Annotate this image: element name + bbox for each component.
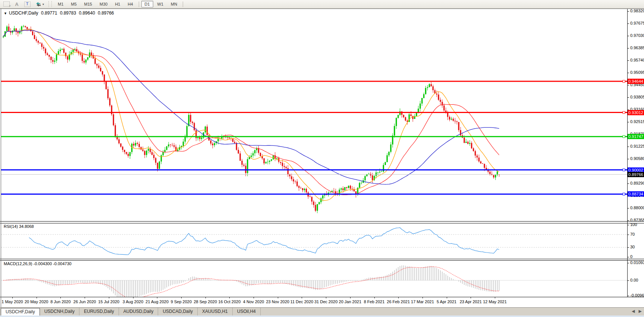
tab-eurusd-daily[interactable]: EURUSD,Daily <box>79 308 119 316</box>
axis-tick <box>627 225 629 225</box>
timeframe-m5[interactable]: M5 <box>67 1 80 7</box>
axis-tick <box>627 235 629 235</box>
axis-tick <box>627 11 629 12</box>
timeframe-d1[interactable]: D1 <box>141 1 153 7</box>
chart-shift-icon[interactable]: F <box>2 1 10 7</box>
text-label-icon[interactable]: T <box>23 1 31 7</box>
date-tick <box>447 297 447 298</box>
axis-tick <box>627 257 629 257</box>
panel-separator <box>0 297 644 297</box>
date-tick <box>278 297 278 298</box>
cursor-arrow-icon[interactable]: A <box>13 1 21 7</box>
dropdown-caret-icon[interactable]: ▼ <box>42 3 45 6</box>
date-label: 21 Aug 2020 <box>145 299 169 304</box>
date-label: 8 Feb 2021 <box>364 299 385 304</box>
price-tick-label: 0.92515 <box>630 119 644 124</box>
axis-tick <box>627 97 629 98</box>
rsi-tick-label: 70 <box>630 232 635 236</box>
macd-tick-label: -0.009653 <box>630 293 644 298</box>
date-tick <box>60 297 61 298</box>
date-tick <box>229 297 230 298</box>
tab-usdchf-daily[interactable]: USDCHF,Daily <box>1 308 40 316</box>
date-label: 26 Feb 2021 <box>387 299 410 304</box>
date-tick <box>398 297 399 298</box>
date-label: 9 Sep 2020 <box>171 299 192 304</box>
date-label: 20 May 2020 <box>25 299 48 304</box>
status-strip <box>0 316 644 317</box>
axis-tick <box>627 159 629 159</box>
panel-separator[interactable] <box>0 221 644 222</box>
date-label: 12 May 2021 <box>483 299 507 304</box>
date-tick <box>109 297 109 298</box>
line-studies-icon[interactable]: ▼ <box>34 1 46 7</box>
rsi-tick-label: 0 <box>630 254 632 259</box>
price-tick-label: 0.87355 <box>630 218 644 222</box>
date-label: 31 Dec 2020 <box>314 299 337 304</box>
level-price-badge: 0.93012 <box>628 110 644 115</box>
timeframe-buttons: M1M5M15M30H1H4D1W1MN <box>54 1 185 7</box>
date-tick <box>302 297 302 298</box>
tab-usdcad-daily[interactable]: USDCAD,Daily <box>158 308 198 316</box>
date-label: 26 Jun 2020 <box>73 299 96 304</box>
date-label: 15 Jul 2020 <box>98 299 119 304</box>
axis-tick <box>627 122 629 122</box>
chart-shift-glyph: F <box>3 1 10 7</box>
high-value: 0.89783 <box>60 10 76 16</box>
price-axis-line <box>627 9 628 297</box>
axis-tick <box>627 280 629 281</box>
low-value: 0.89640 <box>79 10 95 16</box>
tab-scroll-left-icon[interactable]: ◀ <box>632 309 635 314</box>
tab-audusd-daily[interactable]: AUDUSD,Daily <box>119 308 158 316</box>
date-tick <box>422 297 423 298</box>
rsi-tick-label: 30 <box>630 245 635 249</box>
price-tick-label: 0.98320 <box>630 9 644 13</box>
level-price-badge: 0.88734 <box>628 191 644 197</box>
axis-tick <box>627 73 629 73</box>
current-price-badge: 0.89766 <box>628 172 644 177</box>
rsi-chart[interactable] <box>0 223 627 259</box>
date-label: 8 Jun 2020 <box>50 299 70 304</box>
axis-tick <box>627 60 629 61</box>
panel-separator[interactable] <box>0 260 644 261</box>
date-tick <box>374 297 375 298</box>
axis-tick <box>627 263 629 263</box>
date-label: 3 Aug 2020 <box>123 299 144 304</box>
chart-title: ▼USDCHF,Daily 0.89771 0.89783 0.89640 0.… <box>4 10 116 16</box>
macd-tick-label: 0.010933 <box>630 260 644 265</box>
axis-tick <box>627 23 629 24</box>
axis-tick <box>627 247 629 248</box>
tab-usdcnh-daily[interactable]: USDCNH,Daily <box>40 308 79 316</box>
date-tick <box>157 297 157 298</box>
timeframe-m15[interactable]: M15 <box>81 1 95 7</box>
date-tick <box>181 297 182 298</box>
axis-tick <box>627 85 629 85</box>
date-tick <box>37 297 37 298</box>
timeframe-h4[interactable]: H4 <box>124 1 136 7</box>
collapse-triangle-icon[interactable]: ▼ <box>4 12 7 15</box>
timeframe-mn[interactable]: MN <box>167 1 180 7</box>
axis-tick <box>627 48 629 48</box>
timeframe-m30[interactable]: M30 <box>96 1 111 7</box>
date-tick <box>12 297 13 298</box>
date-label: 23 Nov 2020 <box>266 299 289 304</box>
tab-xauusd-h1[interactable]: XAUUSD,H1 <box>198 308 233 316</box>
price-tick-label: 0.89290 <box>630 181 644 185</box>
tab-usoil-h4[interactable]: USOil,H4 <box>233 308 261 316</box>
timeframe-m1[interactable]: M1 <box>54 1 67 7</box>
macd-chart[interactable] <box>0 261 627 297</box>
panel-separator[interactable] <box>0 259 644 259</box>
tab-scroll-right-icon[interactable]: ▶ <box>639 309 642 314</box>
symbol-label: USDCHF,Daily <box>9 10 38 16</box>
toolbar-grip <box>48 1 52 7</box>
chart-tabs: USDCHF,DailyUSDCNH,DailyEURUSD,DailyAUDU… <box>0 308 261 316</box>
timeframe-w1[interactable]: W1 <box>154 1 167 7</box>
candlestick-chart[interactable] <box>0 9 627 221</box>
panel-separator[interactable] <box>0 223 644 223</box>
date-tick <box>471 297 471 298</box>
axis-tick <box>627 220 629 221</box>
date-label: 23 Apr 2021 <box>460 299 482 304</box>
axis-tick <box>627 147 629 147</box>
timeframe-h1[interactable]: H1 <box>111 1 123 7</box>
date-tick <box>205 297 206 298</box>
mt4-terminal: F A T ▼ M1M5M15M30H1H4D1W1MN ▼USDCHF,Dai… <box>0 0 644 317</box>
